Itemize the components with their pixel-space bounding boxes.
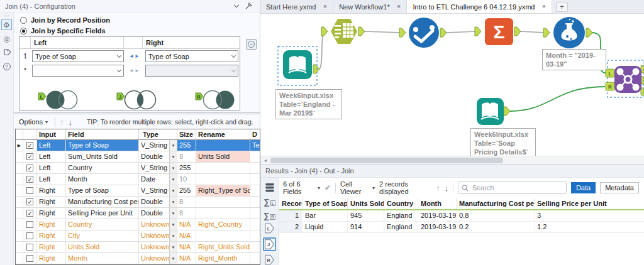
rename-cell[interactable]: Units Sold [196,151,250,162]
left-field-dropdown[interactable]: Type of Soap [32,50,124,62]
close-icon[interactable]: ✕ [323,4,327,9]
grid-row[interactable]: ✓ Left Country V_String▾ 255 [16,163,260,174]
type-dropdown-button[interactable]: ▾ [169,253,177,264]
fields-dropdown[interactable]: 6 of 6 Fields ▾ [283,180,320,195]
left-field-dropdown[interactable] [32,65,124,77]
settings-gear-icon[interactable]: ⚙ [1,19,12,30]
scroll-up-button[interactable]: ↑ [436,183,440,193]
field-checkbox[interactable]: ✓ [23,163,37,173]
navigation-target-icon[interactable]: ◎ [1,33,12,44]
sum-right-anchor-icon[interactable]: ∑R [264,212,275,220]
remove-row-button[interactable]: − [246,39,257,50]
scroll-left-arrow-icon[interactable]: ◂ [262,156,269,165]
field-checkbox[interactable] [23,219,37,230]
annotation-formula-month[interactable]: Month = "2019- 03-19" [542,49,606,70]
formula-tool[interactable] [553,17,585,48]
type-dropdown-button[interactable]: ▾ [169,174,177,185]
scrollbar-thumb[interactable] [270,158,503,163]
field-checkbox[interactable]: ✓ [23,174,37,185]
tab-start-here[interactable]: Start Here.yxmd ✕ [260,0,333,13]
grid-row[interactable]: ✓ Right Selling Price per Unit Double▾ 8 [16,208,260,219]
options-button[interactable]: Options ▾ [16,117,50,127]
field-checkbox[interactable] [23,185,37,196]
pin-icon[interactable] [245,3,252,10]
grid-row[interactable]: Right Type of Soap V_String▾ 255 Right_T… [16,185,260,197]
grid-row[interactable]: ✓ Left Sum_Units Sold Double▾ 8 Units So… [16,151,260,163]
field-checkbox[interactable] [23,253,37,264]
workflow-canvas[interactable]: Σ L R [260,14,644,156]
rename-cell[interactable] [196,140,250,151]
grid-row-missing-field[interactable]: Right Month Unknown▾ N/A Right_Month [16,253,260,264]
rename-cell[interactable]: Right_Month [196,253,250,264]
type-dropdown-button[interactable]: ▾ [169,185,177,196]
rename-cell[interactable] [196,230,250,241]
type-dropdown-button[interactable]: ▾ [169,208,177,219]
output-anchor-right-icon[interactable]: R [264,254,275,265]
swap-arrows-icon[interactable]: ◄► [125,53,144,59]
grid-row[interactable]: ✓ Right Manufacturing Cost per Unit Doub… [16,197,260,208]
search-box[interactable] [458,181,567,194]
help-icon[interactable]: ? [1,61,12,72]
field-checkbox[interactable]: ✓ [23,197,37,207]
metadata-tab-button[interactable]: Metadata [600,182,639,193]
field-checkbox[interactable]: ✓ [23,208,37,219]
collapse-chevron-icon[interactable] [234,3,239,8]
canvas-horizontal-scrollbar[interactable]: ◂ [260,156,644,165]
type-dropdown-button[interactable]: ▾ [169,151,177,162]
data-tab-button[interactable]: Data [571,182,596,193]
output-anchor-join-selected[interactable]: J [263,237,276,251]
close-icon[interactable]: ✕ [397,4,401,9]
unique-tool[interactable] [409,18,439,48]
rename-cell[interactable] [196,197,250,207]
rename-cell[interactable] [196,208,250,219]
scroll-down-button[interactable]: ↓ [445,183,449,193]
type-dropdown-button[interactable]: ▾ [169,140,177,151]
output-anchor-join-icon[interactable]: J [264,239,275,250]
table-row[interactable]: 2 Liquid 914 England 2019-03-19 0.2 1.2 [279,222,644,233]
grid-row-missing-field[interactable]: Right Country Unknown▾ N/A Right_Country [16,219,260,230]
grid-row[interactable]: ▶ ✓ Left Type of Soap V_String▾ 255 Te [16,140,260,151]
hexagon-table-tool[interactable] [331,19,357,44]
tab-new-workflow[interactable]: New Workflow1* ✕ [333,0,407,13]
grid-row[interactable]: ✓ Left Month Date▾ 10 [16,174,260,185]
tab-intro-etl-challenge[interactable]: Intro to ETL Challenge 6 04.12.19.yxmd ✕ [407,0,552,13]
rename-cell[interactable]: Right_Country [196,219,250,230]
sum-left-anchor-icon[interactable]: ∑L [264,198,275,206]
move-down-button[interactable]: ↓ [68,117,72,127]
annotation-input-soap[interactable]: Week6Input.xlsx Table=`Soap Pricing Deta… [470,128,536,156]
type-dropdown-button[interactable]: ▾ [169,219,177,230]
type-dropdown-button[interactable]: ▾ [169,197,177,207]
move-up-button[interactable]: ↑ [60,117,64,127]
search-input[interactable] [471,183,563,192]
grid-row-missing-field[interactable]: Right City Unknown▾ N/A [16,230,260,242]
rename-cell[interactable] [196,174,250,185]
radio-circle-icon[interactable] [20,17,27,24]
radio-circle-icon[interactable] [20,28,27,35]
apply-check-icon[interactable]: ✔ [325,183,331,192]
field-checkbox[interactable] [23,230,37,241]
output-anchor-left-icon[interactable]: L [264,223,275,234]
new-tab-button[interactable]: + [556,2,568,12]
annotation-input-england[interactable]: Week6Input.xlsx Table=`England - Mar 201… [275,89,342,119]
join-tool[interactable]: L R [606,60,644,97]
cell-viewer-dropdown[interactable]: Cell Viewer ▾ [340,180,375,195]
table-row[interactable]: 1 Bar 945 England 2019-03-19 0.8 3 [279,210,644,222]
type-dropdown-button[interactable]: ▾ [169,242,177,252]
table-rows-icon[interactable] [265,183,275,192]
radio-join-by-specific-fields[interactable]: Join by Specific Fields [20,27,106,35]
annotation-tag-icon[interactable] [1,47,12,58]
type-dropdown-button[interactable]: ▾ [169,163,177,173]
field-checkbox[interactable]: ✓ [23,151,37,162]
input-data-tool-soap[interactable] [477,98,504,125]
rename-cell[interactable] [196,163,250,173]
type-dropdown-button[interactable]: ▾ [169,230,177,241]
rename-cell[interactable]: Right_Units Sold [196,242,250,252]
grid-row-missing-field[interactable]: Right Units Sold Unknown▾ N/A Right_Unit… [16,242,260,253]
close-icon[interactable]: ✕ [541,4,546,9]
right-field-dropdown[interactable]: Type of Soap [145,50,238,62]
rename-cell[interactable]: Right_Type of Soap [196,185,250,196]
radio-join-by-record-position[interactable]: Join by Record Position [20,16,110,24]
summarize-tool[interactable]: Σ [485,18,513,45]
input-data-tool-england[interactable] [278,46,317,85]
field-checkbox[interactable] [23,242,37,252]
